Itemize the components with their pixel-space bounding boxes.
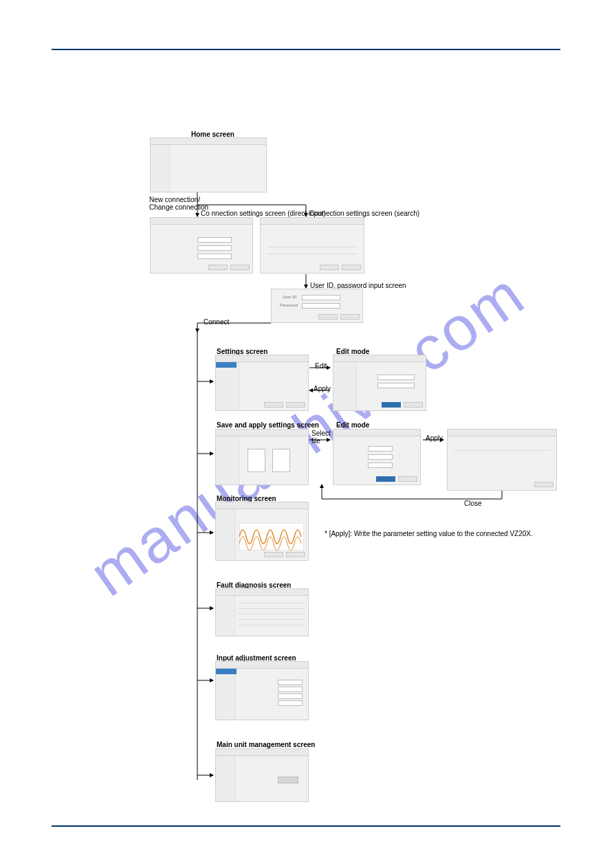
- waveform-icon: [239, 523, 304, 550]
- thumb-settings: [215, 355, 309, 411]
- label-close: Close: [464, 500, 482, 507]
- thumb-monitoring: [215, 502, 309, 561]
- button[interactable]: [404, 402, 423, 408]
- field[interactable]: [197, 254, 232, 259]
- titlebar: [261, 218, 364, 225]
- field[interactable]: [368, 446, 393, 452]
- button[interactable]: [342, 265, 361, 270]
- button[interactable]: [398, 476, 417, 482]
- file-card[interactable]: [248, 449, 265, 472]
- button-strip: [318, 314, 360, 320]
- label-password: Password: [280, 303, 298, 307]
- list-row: [267, 247, 357, 247]
- cell[interactable]: [278, 700, 303, 706]
- thumb-edit-save: [333, 429, 421, 485]
- button[interactable]: [278, 777, 298, 783]
- note-apply: * [Apply]: Write the parameter setting v…: [325, 530, 533, 537]
- label-save-apply: Save and apply settings screen: [217, 421, 319, 429]
- button[interactable]: [286, 402, 305, 408]
- tab-active[interactable]: [216, 362, 237, 368]
- label-new-change-connection: New connection/ Change connection: [149, 196, 208, 211]
- apply-button[interactable]: [376, 476, 395, 482]
- thumb-fault: [215, 588, 309, 636]
- sidepanel: [216, 362, 239, 410]
- ok-button[interactable]: [340, 314, 360, 320]
- sidepanel: [216, 669, 235, 720]
- button-strip: [376, 476, 417, 482]
- thumb-home: [150, 137, 267, 192]
- field[interactable]: [368, 463, 393, 468]
- thumb-login: User ID Password: [271, 289, 363, 323]
- titlebar: [151, 218, 252, 225]
- button[interactable]: [320, 265, 339, 270]
- label-connection-search: Connection settings screen (search): [309, 210, 419, 217]
- sidepanel: [216, 436, 239, 485]
- titlebar: [151, 138, 266, 145]
- button-strip: [320, 265, 361, 270]
- thumb-main-unit: [215, 748, 309, 802]
- list-row: [267, 254, 357, 254]
- field[interactable]: [377, 375, 415, 380]
- tab-active[interactable]: [216, 669, 237, 674]
- sidepanel: [216, 509, 235, 560]
- table-row: [238, 619, 305, 620]
- button-strip: [264, 552, 305, 557]
- label-edit-mode-2: Edit mode: [336, 421, 369, 429]
- thumb-edit-settings: [333, 355, 426, 411]
- titlebar: [216, 355, 308, 362]
- apply-button[interactable]: [382, 402, 401, 408]
- close-button[interactable]: [534, 482, 553, 487]
- thumb-save-apply: [215, 429, 309, 485]
- field[interactable]: [377, 383, 415, 388]
- table-row: [238, 603, 305, 603]
- titlebar: [216, 749, 308, 756]
- button[interactable]: [264, 552, 283, 557]
- label-connect: Connect: [204, 318, 229, 326]
- label-apply-1: Apply: [314, 385, 331, 392]
- field[interactable]: [368, 454, 393, 460]
- field[interactable]: [197, 245, 232, 251]
- table-row: [238, 608, 305, 609]
- field[interactable]: [197, 237, 232, 243]
- file-card[interactable]: [272, 449, 290, 472]
- titlebar: [216, 430, 308, 436]
- rule-top: [52, 49, 560, 50]
- button-strip: [534, 482, 553, 487]
- label-select-file: Select file: [311, 430, 331, 445]
- button-strip: [264, 402, 305, 408]
- cell[interactable]: [278, 687, 303, 692]
- cancel-button[interactable]: [318, 314, 338, 320]
- thumb-conn-direct: [150, 217, 253, 274]
- titlebar: [333, 355, 426, 362]
- label-edit: Edit: [315, 362, 327, 370]
- button[interactable]: [230, 265, 250, 270]
- divider: [454, 450, 551, 451]
- sidepanel: [333, 362, 357, 410]
- titlebar: [216, 502, 308, 509]
- button[interactable]: [264, 402, 283, 408]
- titlebar: [216, 662, 308, 669]
- titlebar: [216, 589, 308, 596]
- label-apply-2: Apply: [426, 434, 443, 442]
- table-row: [238, 614, 305, 614]
- titlebar: [333, 430, 420, 436]
- label-main-unit: Main unit management screen: [217, 741, 315, 748]
- user-id-field[interactable]: [302, 295, 340, 300]
- button[interactable]: [286, 552, 305, 557]
- manual-page: manualshive.com: [0, 0, 614, 868]
- sidepanel: [216, 596, 235, 636]
- thumb-apply-result: [447, 429, 557, 491]
- label-user-id: User ID: [283, 295, 296, 299]
- button-strip: [208, 265, 250, 270]
- sidepanel: [151, 145, 170, 192]
- thumb-input-adj: [215, 661, 309, 720]
- thumb-conn-search: [260, 217, 364, 274]
- button[interactable]: [208, 265, 228, 270]
- button-strip: [382, 402, 423, 408]
- cell[interactable]: [278, 680, 303, 685]
- cell[interactable]: [278, 693, 303, 699]
- table-row: [238, 625, 305, 625]
- sidepanel: [216, 756, 235, 801]
- titlebar: [448, 430, 556, 436]
- password-field[interactable]: [302, 303, 340, 309]
